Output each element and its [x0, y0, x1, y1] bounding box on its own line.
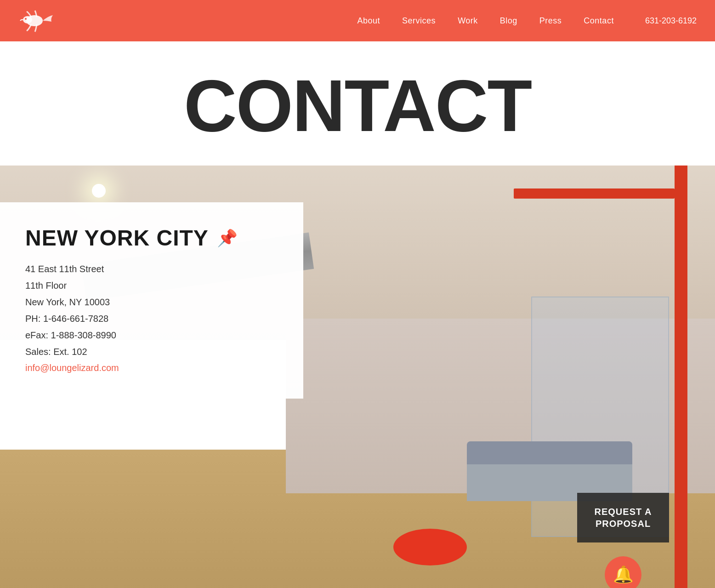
- proposal-button[interactable]: REQUEST A PROPOSAL: [577, 493, 669, 542]
- logo-icon: [18, 7, 55, 34]
- site-header: About Services Work Blog Press Contact 6…: [0, 0, 715, 41]
- address-line1: 41 East 11th Street: [25, 261, 278, 277]
- address-line3: New York, NY 10003: [25, 294, 278, 310]
- sales-ext: Sales: Ext. 102: [25, 343, 278, 360]
- svg-point-2: [25, 18, 27, 20]
- logo-area[interactable]: [18, 7, 55, 34]
- efax-number: eFax: 1-888-308-8990: [25, 327, 278, 343]
- proposal-line2: PROPOSAL: [596, 519, 651, 529]
- header-phone: 631-203-6192: [645, 16, 697, 26]
- nav-blog[interactable]: Blog: [500, 16, 517, 26]
- email-link[interactable]: info@loungelizard.com: [25, 363, 278, 373]
- city-name-row: NEW YORK CITY 📌: [25, 225, 278, 251]
- nav-work[interactable]: Work: [458, 16, 478, 26]
- pin-icon: 📌: [217, 230, 238, 246]
- city-name: NEW YORK CITY: [25, 225, 209, 251]
- main-content: NEW YORK CITY 📌 41 East 11th Street 11th…: [0, 166, 715, 588]
- bell-icon: 🔔: [613, 566, 634, 583]
- page-title: CONTACT: [0, 69, 715, 143]
- proposal-line1: REQUEST A: [595, 507, 652, 517]
- nav-press[interactable]: Press: [539, 16, 562, 26]
- page-title-section: CONTACT: [0, 41, 715, 166]
- red-pipe-vertical: [675, 166, 687, 588]
- nav-about[interactable]: About: [358, 16, 380, 26]
- sofa: [467, 441, 632, 501]
- nav-contact[interactable]: Contact: [584, 16, 614, 26]
- nav-services[interactable]: Services: [402, 16, 436, 26]
- phone-number: PH: 1-646-661-7828: [25, 310, 278, 327]
- red-ottoman: [393, 529, 467, 565]
- address-line2: 11th Floor: [25, 277, 278, 294]
- red-pipe-horizontal: [514, 188, 675, 199]
- ceiling-light: [92, 184, 106, 198]
- main-nav: About Services Work Blog Press Contact 6…: [358, 16, 697, 26]
- contact-card: NEW YORK CITY 📌 41 East 11th Street 11th…: [0, 202, 303, 399]
